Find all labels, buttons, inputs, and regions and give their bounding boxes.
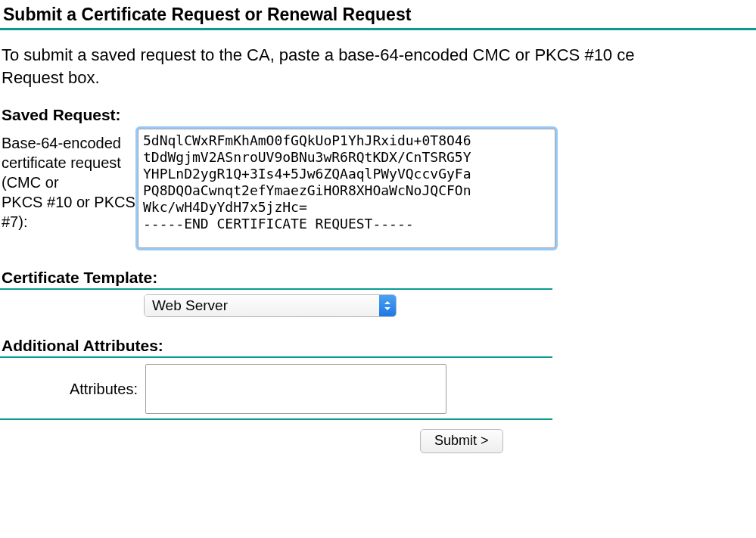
svg-marker-0 [384, 301, 390, 304]
submit-button[interactable]: Submit > [420, 429, 503, 453]
saved-request-heading: Saved Request: [0, 89, 756, 126]
svg-marker-1 [384, 307, 390, 310]
attributes-label: Attributes: [0, 381, 145, 398]
intro-line-2: Request box. [2, 68, 100, 87]
attributes-row: Attributes: [0, 358, 552, 418]
attributes-textarea[interactable] [145, 364, 446, 414]
certificate-template-select[interactable]: Web Server [144, 294, 397, 317]
saved-request-row: Base-64-encoded certificate request (CMC… [0, 126, 756, 252]
saved-request-label: Base-64-encoded certificate request (CMC… [0, 129, 138, 232]
updown-icon [379, 295, 396, 316]
certificate-template-selected: Web Server [145, 295, 379, 316]
intro-line-1: To submit a saved request to the CA, pas… [2, 45, 634, 64]
saved-request-textarea[interactable] [138, 129, 555, 248]
certificate-template-heading: Certificate Template: [0, 252, 552, 288]
additional-attributes-heading: Additional Attributes: [0, 320, 552, 356]
page-title: Submit a Certificate Request or Renewal … [0, 0, 756, 28]
intro-text: To submit a saved request to the CA, pas… [0, 30, 756, 89]
